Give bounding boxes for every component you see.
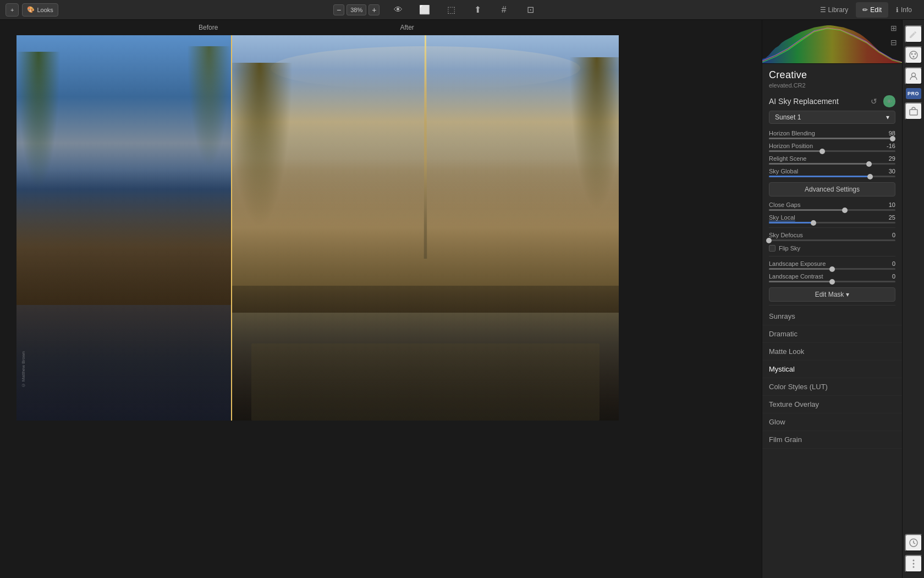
close-gaps-label: Close Gaps	[769, 201, 800, 208]
horizon-position-track[interactable]	[769, 150, 895, 152]
zoom-plus-button[interactable]: +	[369, 4, 380, 15]
zoom-control: − 38% +	[333, 4, 380, 15]
crop-button[interactable]: ⬚	[443, 2, 459, 18]
sidebar-palette-icon[interactable]	[905, 46, 922, 64]
histogram-chart	[762, 20, 902, 63]
horizon-blending-track[interactable]	[769, 138, 895, 139]
landscape-contrast-slider: Landscape Contrast 0	[762, 271, 902, 284]
split-line[interactable]	[231, 35, 232, 421]
chevron-down-icon: ▾	[886, 113, 889, 121]
panel-title: Creative	[769, 69, 895, 81]
horizon-position-value: -16	[887, 143, 895, 149]
creative-item-matte-look[interactable]: Matte Look	[762, 343, 902, 361]
creative-item-glow[interactable]: Glow	[762, 413, 902, 431]
sky-global-slider: Sky Global 30	[762, 166, 902, 179]
sky-local-value: 25	[889, 214, 895, 221]
panel-header: Creative elevated.CR2	[762, 64, 902, 91]
divider-2	[769, 256, 895, 257]
histogram-layers-icon[interactable]: ⊞	[888, 22, 900, 34]
flip-sky-check	[769, 245, 776, 252]
panel-scroll[interactable]: Creative elevated.CR2 AI Sky Replacement…	[762, 64, 902, 578]
sidebar-face-icon[interactable]	[905, 67, 922, 85]
sky-local-track[interactable]	[769, 222, 895, 223]
section-icons: ↺ 👁	[868, 95, 895, 107]
creative-item-color-styles[interactable]: Color Styles (LUT)	[762, 378, 902, 396]
flip-sky-checkbox[interactable]: Flip Sky	[762, 243, 902, 254]
sky-selector[interactable]: Sunset 1 ▾	[769, 111, 895, 124]
sky-defocus-track[interactable]	[769, 239, 895, 241]
landscape-exposure-label: Landscape Exposure	[769, 260, 826, 267]
advanced-settings-button[interactable]: Advanced Settings	[769, 182, 895, 197]
close-gaps-slider: Close Gaps 10	[762, 200, 902, 212]
library-icon: ☰	[820, 6, 826, 14]
creative-list: Sunrays Dramatic Matte Look Mystical Col…	[762, 308, 902, 449]
looks-icon: 🎨	[27, 6, 35, 13]
chevron-down-icon-2: ▾	[846, 291, 849, 298]
image-viewer: Before After © Matthew Brown	[0, 20, 762, 578]
image-after	[232, 35, 619, 421]
ai-sky-title: AI Sky Replacement	[769, 97, 839, 106]
relight-scene-label: Relight Scene	[769, 155, 807, 162]
flip-sky-label: Flip Sky	[779, 245, 800, 252]
info-tab[interactable]: ℹ Info	[889, 2, 919, 18]
advanced-settings-label: Advanced Settings	[805, 186, 860, 193]
share-button[interactable]: ⬆	[470, 2, 485, 18]
landscape-contrast-value: 0	[892, 273, 895, 280]
toolbar-center: − 38% + 👁 ⬜ ⬚ ⬆ # ⊡	[64, 2, 808, 18]
landscape-exposure-slider: Landscape Exposure 0	[762, 259, 902, 271]
horizon-blending-slider: Horizon Blending 98	[762, 128, 902, 141]
fullscreen-button[interactable]: ⊡	[522, 2, 538, 18]
creative-item-texture-overlay[interactable]: Texture Overlay	[762, 396, 902, 413]
creative-item-mystical[interactable]: Mystical	[762, 361, 902, 378]
sidebar-icons: PRO	[902, 20, 924, 578]
edit-tab[interactable]: ✏ Edit	[856, 2, 888, 18]
main-content: Before After © Matthew Brown	[0, 20, 924, 578]
creative-item-film-grain[interactable]: Film Grain	[762, 431, 902, 449]
sidebar-more-icon[interactable]	[905, 555, 922, 572]
looks-button[interactable]: 🎨 Looks	[22, 3, 58, 17]
edit-mask-button[interactable]: Edit Mask ▾	[769, 287, 895, 302]
visibility-toggle[interactable]: 👁	[883, 95, 895, 107]
sidebar-pro-badge[interactable]: PRO	[906, 88, 921, 99]
landscape-exposure-value: 0	[892, 260, 895, 267]
sky-global-track[interactable]	[769, 176, 895, 177]
horizon-blending-label: Horizon Blending	[769, 130, 815, 137]
relight-scene-track[interactable]	[769, 163, 895, 165]
svg-point-2	[911, 53, 912, 55]
sidebar-history-icon[interactable]	[905, 534, 922, 552]
landscape-contrast-label: Landscape Contrast	[769, 273, 823, 280]
svg-point-9	[912, 563, 914, 565]
compare-button[interactable]: ⬜	[417, 2, 432, 18]
before-after-labels: Before After	[0, 20, 762, 35]
sky-defocus-value: 0	[892, 232, 895, 238]
histogram-area: ⊞ ⊟	[762, 20, 902, 64]
svg-rect-6	[910, 110, 917, 115]
top-toolbar: + 🎨 Looks − 38% + 👁 ⬜ ⬚ ⬆ # ⊡ ☰ Library …	[0, 0, 924, 20]
divider-3	[769, 305, 895, 306]
preview-button[interactable]: 👁	[391, 2, 406, 18]
creative-item-dramatic[interactable]: Dramatic	[762, 325, 902, 343]
zoom-minus-button[interactable]: −	[333, 4, 344, 15]
before-label: Before	[199, 24, 218, 31]
svg-point-4	[912, 56, 914, 58]
ai-sky-section-header: AI Sky Replacement ↺ 👁	[762, 91, 902, 111]
add-button[interactable]: +	[6, 3, 19, 17]
svg-point-10	[912, 566, 914, 568]
library-tab[interactable]: ☰ Library	[813, 2, 855, 18]
creative-item-sunrays[interactable]: Sunrays	[762, 308, 902, 325]
landscape-exposure-track[interactable]	[769, 268, 895, 270]
close-gaps-track[interactable]	[769, 209, 895, 211]
svg-point-3	[914, 53, 916, 55]
histogram-sliders-icon[interactable]: ⊟	[888, 36, 900, 48]
sky-global-label: Sky Global	[769, 168, 798, 175]
keyboard-button[interactable]: #	[496, 2, 512, 18]
sidebar-edit-icon[interactable]	[905, 25, 922, 43]
panel-filename: elevated.CR2	[769, 82, 895, 89]
sky-local-slider: Sky Local 25	[762, 212, 902, 225]
sky-global-value: 30	[889, 168, 895, 175]
reset-button[interactable]: ↺	[868, 95, 880, 107]
sidebar-bag-icon[interactable]	[905, 102, 922, 120]
watermark: © Matthew Brown	[21, 351, 26, 388]
landscape-contrast-track[interactable]	[769, 281, 895, 282]
svg-point-8	[912, 560, 914, 561]
